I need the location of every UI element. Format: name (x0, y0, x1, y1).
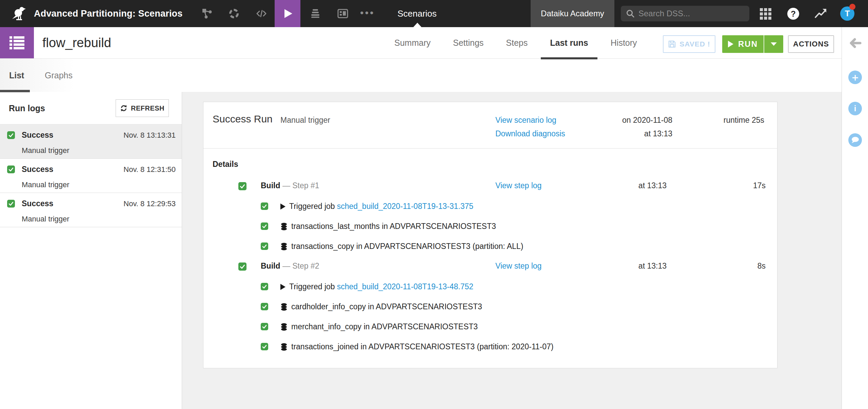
instance-switcher[interactable]: Dataiku Academy (531, 0, 614, 27)
floppy-icon (668, 40, 676, 48)
dataset-icon (280, 222, 288, 231)
dashboard-icon[interactable] (337, 8, 348, 19)
run-list-item[interactable]: Success Nov. 8 12:29:53 Manual trigger (0, 193, 182, 227)
success-check-icon (7, 131, 15, 139)
dataset-item: transactions_last_months in ADVPARTSCENA… (280, 216, 496, 236)
view-tabbar: List Graphs (0, 59, 842, 92)
step-child-row: transactions_joined in ADVPARTSCENARIOST… (203, 337, 777, 357)
dataset-icon (280, 303, 288, 311)
step-time: at 13:13 (638, 181, 667, 190)
saved-label: SAVED ! (679, 40, 710, 48)
run-dropdown-button[interactable] (764, 35, 783, 53)
saved-button[interactable]: SAVED ! (663, 35, 715, 53)
success-check-icon (261, 202, 268, 210)
flow-icon[interactable] (202, 8, 213, 19)
add-button[interactable]: ＋ (848, 71, 862, 84)
dataset-item: transactions_joined in ADVPARTSCENARIOST… (280, 337, 553, 357)
details-label: Details (213, 160, 238, 169)
run-list-item[interactable]: Success Nov. 8 12:31:50 Manual trigger (0, 159, 182, 193)
active-section-caret (413, 23, 421, 27)
dss-screen: Advanced Partitioning: Scenarios (0, 0, 868, 409)
success-check-icon (7, 165, 15, 173)
tab[interactable]: Steps (506, 27, 528, 58)
success-check-icon (261, 343, 268, 350)
run-logs-sidebar: Run logs REFRESH (0, 92, 182, 409)
run-trigger: Manual trigger (22, 146, 70, 155)
code-icon[interactable] (256, 8, 267, 19)
actions-button[interactable]: ACTIONS (788, 35, 834, 53)
job-prefix: Triggered job (289, 202, 335, 211)
lab-icon[interactable] (229, 8, 239, 19)
step-children: Triggered job sched_build_2020-11-08T19-… (203, 277, 777, 357)
run-detail-card: Success Run Manual trigger View scenario… (203, 102, 777, 368)
tab[interactable]: Summary (394, 27, 431, 58)
job-link[interactable]: sched_build_2020-11-08T19-13-48.752 (337, 282, 473, 291)
step-title: Build — Step #2 (261, 261, 319, 271)
step-block: Build — Step #2 View step log at 13:13 8… (203, 256, 777, 357)
dataset-label: merchant_info_copy in ADVPARTSCENARIOSTE… (291, 322, 478, 331)
more-menu-icon[interactable]: ••• (360, 0, 375, 27)
main-content: Success Run Manual trigger View scenario… (182, 92, 842, 409)
success-check-icon (261, 222, 268, 230)
step-list: Build — Step #1 View step log at 13:13 1… (203, 176, 777, 357)
success-check-icon (261, 303, 268, 310)
success-check-icon (238, 262, 246, 271)
tab[interactable]: Settings (453, 27, 484, 58)
app-title: Advanced Partitioning: Scenarios (34, 0, 183, 27)
step-time: at 13:13 (638, 261, 667, 271)
run-logs-title: Run logs (9, 92, 45, 124)
success-check-icon (261, 283, 268, 290)
apps-waffle-icon[interactable] (759, 7, 772, 21)
nav-scenarios-active-block[interactable] (275, 0, 300, 27)
dataset-label: transactions_joined in ADVPARTSCENARIOST… (291, 342, 553, 351)
tab[interactable]: Last runs (550, 27, 588, 58)
tab-list[interactable]: List (9, 59, 24, 92)
run-button[interactable]: RUN (722, 35, 764, 53)
collapse-panel-arrow-icon[interactable] (849, 38, 862, 48)
step-name: Build (261, 181, 280, 190)
dataiku-bird-logo[interactable] (9, 5, 26, 22)
jobs-stack-icon[interactable] (310, 8, 321, 19)
step-duration: 8s (757, 261, 766, 271)
refresh-button[interactable]: REFRESH (116, 99, 169, 117)
tab[interactable]: History (611, 27, 637, 58)
run-detail-trigger: Manual trigger (280, 116, 330, 125)
step-child-row: Triggered job sched_build_2020-11-08T19-… (203, 196, 777, 216)
help-icon[interactable]: ? (787, 8, 799, 20)
trend-icon[interactable] (814, 7, 827, 20)
run-detail-title: Success Run (213, 113, 273, 125)
job-prefix: Triggered job (289, 282, 335, 291)
tab-graphs[interactable]: Graphs (45, 59, 73, 92)
run-runtime: runtime 25s (724, 116, 764, 125)
run-time: at 13:13 (644, 129, 672, 138)
step-child-row: cardholder_info_copy in ADVPARTSCENARIOS… (203, 297, 777, 317)
search-input[interactable] (638, 6, 745, 21)
run-timestamp: Nov. 8 12:29:53 (123, 199, 176, 208)
right-rail: ＋ i (842, 27, 868, 409)
dataset-item: cardholder_info_copy in ADVPARTSCENARIOS… (280, 297, 482, 317)
run-trigger: Manual trigger (22, 180, 70, 189)
dataset-item: merchant_info_copy in ADVPARTSCENARIOSTE… (280, 317, 478, 337)
view-step-log-link[interactable]: View step log (495, 261, 541, 271)
search-box (621, 6, 749, 21)
step-child-row: Triggered job sched_build_2020-11-08T19-… (203, 277, 777, 297)
step-row: Build — Step #2 View step log at 13:13 8… (203, 256, 777, 277)
job-link[interactable]: sched_build_2020-11-08T19-13-31.375 (337, 202, 473, 211)
play-icon (284, 9, 292, 18)
chat-button[interactable] (848, 133, 862, 147)
job-play-icon (280, 284, 285, 290)
run-timestamp: Nov. 8 12:31:50 (123, 165, 176, 174)
info-button[interactable]: i (848, 102, 862, 115)
download-diagnosis-link[interactable]: Download diagnosis (495, 129, 565, 138)
step-child-row: merchant_info_copy in ADVPARTSCENARIOSTE… (203, 317, 777, 337)
view-step-log-link[interactable]: View step log (495, 181, 541, 190)
view-scenario-log-link[interactable]: View scenario log (495, 116, 556, 125)
search-icon (626, 9, 635, 18)
run-logs-header: Run logs REFRESH (0, 92, 182, 124)
success-check-icon (238, 182, 246, 190)
play-icon (728, 41, 733, 47)
run-list-item[interactable]: Success Nov. 8 13:13:31 Manual trigger (0, 124, 182, 159)
dataset-label: cardholder_info_copy in ADVPARTSCENARIOS… (291, 302, 482, 311)
chat-bubble-icon (851, 137, 859, 143)
scenario-app-icon[interactable] (0, 27, 34, 58)
